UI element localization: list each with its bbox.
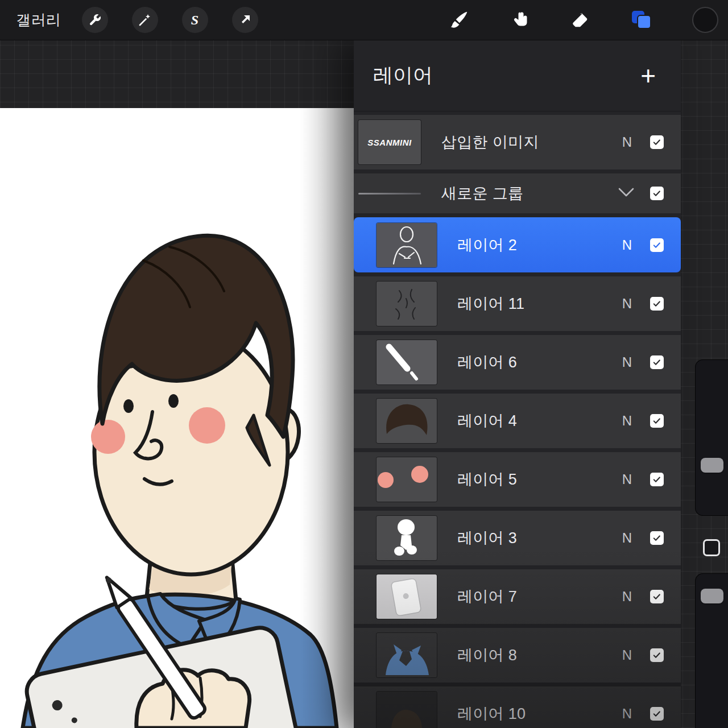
group-name: 새로운 그룹	[441, 183, 523, 204]
check-icon	[652, 650, 662, 660]
layer-row-layer-4[interactable]: 레이어 4 N	[354, 394, 681, 448]
current-color-swatch-icon	[692, 7, 718, 33]
group-thumbnail-line	[358, 193, 421, 195]
thumbnail-text: SSANMINI	[367, 138, 411, 147]
check-icon	[652, 709, 662, 719]
gallery-button[interactable]: 갤러리	[16, 10, 61, 30]
layer-thumbnail[interactable]	[377, 692, 437, 728]
transform-button[interactable]	[232, 7, 258, 33]
visibility-checkbox[interactable]	[650, 707, 664, 721]
collapse-group-button[interactable]	[617, 187, 635, 201]
chevron-down-icon	[617, 187, 635, 199]
visibility-checkbox[interactable]	[650, 531, 664, 545]
layer-row-layer-6[interactable]: 레이어 6 N	[354, 335, 681, 390]
check-icon	[652, 416, 662, 426]
paint-button[interactable]	[449, 10, 469, 30]
layer-name: 레이어 2	[457, 235, 517, 255]
layer-thumbnail[interactable]	[377, 633, 437, 677]
layer-row-layer-5[interactable]: 레이어 5 N	[354, 452, 681, 507]
layer-name: 레이어 11	[457, 293, 524, 314]
transform-arrow-icon	[238, 13, 252, 27]
visibility-checkbox[interactable]	[650, 414, 664, 428]
blend-mode-button[interactable]: N	[622, 530, 632, 546]
layer-thumbnail[interactable]	[377, 282, 437, 326]
layer-name: 레이어 3	[457, 528, 517, 548]
check-icon	[652, 533, 662, 543]
check-icon	[652, 474, 662, 485]
check-icon	[652, 188, 662, 198]
layer-name: 레이어 10	[457, 704, 526, 724]
layers-panel-title: 레이어	[373, 62, 640, 89]
blend-mode-button[interactable]: N	[622, 706, 632, 722]
layer-thumbnail[interactable]	[377, 340, 437, 384]
visibility-checkbox[interactable]	[650, 648, 664, 662]
smudge-finger-icon	[509, 10, 530, 30]
layer-name: 삽입한 이미지	[441, 132, 539, 152]
layers-panel: 레이어 + SSANMINI 삽입한 이미지 N 새로운 그룹	[354, 40, 681, 728]
check-icon	[652, 357, 662, 367]
layer-row-layer-3[interactable]: 레이어 3 N	[354, 511, 681, 565]
eraser-icon	[569, 10, 590, 30]
layer-thumbnail[interactable]	[377, 399, 437, 443]
blend-mode-button[interactable]: N	[622, 413, 632, 429]
check-icon	[652, 240, 662, 250]
visibility-checkbox[interactable]	[650, 135, 664, 149]
procreate-app: 갤러리 S	[0, 0, 728, 728]
layer-thumbnail[interactable]	[377, 457, 437, 502]
check-icon	[652, 299, 662, 309]
layers-button[interactable]	[630, 10, 652, 30]
actions-button[interactable]	[82, 7, 108, 33]
erase-button[interactable]	[569, 10, 590, 30]
visibility-checkbox[interactable]	[650, 473, 664, 486]
layer-row-layer-11[interactable]: 레이어 11 N	[354, 276, 681, 331]
check-icon	[652, 137, 662, 147]
layer-row-group[interactable]: 새로운 그룹	[354, 173, 681, 213]
layer-name: 레이어 6	[457, 352, 517, 373]
blend-mode-button[interactable]: N	[622, 647, 632, 663]
visibility-checkbox[interactable]	[650, 187, 664, 200]
brush-icon	[449, 10, 469, 30]
layer-row-inserted-image[interactable]: SSANMINI 삽입한 이미지 N	[354, 115, 681, 169]
visibility-checkbox[interactable]	[650, 297, 664, 311]
magic-wand-icon	[138, 13, 152, 27]
visibility-checkbox[interactable]	[650, 355, 664, 369]
canvas[interactable]	[0, 108, 354, 728]
opacity-slider[interactable]	[695, 573, 728, 728]
blend-mode-button[interactable]: N	[622, 471, 632, 487]
wrench-icon	[88, 13, 102, 27]
visibility-checkbox[interactable]	[650, 238, 664, 252]
color-button[interactable]	[692, 7, 718, 33]
add-layer-button[interactable]: +	[640, 67, 656, 84]
modify-button[interactable]	[703, 539, 720, 556]
blend-mode-button[interactable]: N	[622, 296, 632, 312]
layers-panel-header: 레이어 +	[354, 40, 681, 111]
layer-thumbnail[interactable]	[377, 574, 437, 619]
adjustments-button[interactable]	[132, 7, 158, 33]
layer-name: 레이어 5	[457, 469, 517, 490]
brush-size-slider[interactable]	[695, 359, 728, 516]
artwork-illustration	[0, 108, 354, 728]
smudge-button[interactable]	[509, 10, 530, 30]
layer-row-layer-8[interactable]: 레이어 8 N	[354, 628, 681, 682]
opacity-slider-handle[interactable]	[701, 589, 723, 603]
visibility-checkbox[interactable]	[650, 590, 664, 603]
layer-row-layer-7[interactable]: 레이어 7 N	[354, 569, 681, 624]
blend-mode-button[interactable]: N	[622, 237, 632, 253]
layer-row-layer-10[interactable]: 레이어 10 N	[354, 686, 681, 728]
layer-thumbnail[interactable]	[377, 223, 437, 267]
blend-mode-button[interactable]: N	[622, 589, 632, 605]
blend-mode-button[interactable]: N	[622, 354, 632, 370]
toolbar: 갤러리 S	[0, 0, 728, 40]
check-icon	[652, 592, 662, 602]
brush-size-slider-handle[interactable]	[701, 458, 723, 473]
layer-thumbnail[interactable]: SSANMINI	[358, 120, 421, 164]
layer-list: SSANMINI 삽입한 이미지 N 새로운 그룹	[354, 111, 681, 728]
selection-button[interactable]: S	[182, 7, 208, 33]
layers-icon	[630, 10, 652, 30]
toolbar-left: 갤러리 S	[0, 7, 258, 33]
toolbar-right	[449, 0, 718, 40]
blend-mode-button[interactable]: N	[622, 134, 632, 150]
layer-thumbnail[interactable]	[377, 516, 437, 560]
layer-row-layer-2[interactable]: 레이어 2 N	[354, 217, 681, 272]
selection-s-icon: S	[191, 13, 198, 28]
